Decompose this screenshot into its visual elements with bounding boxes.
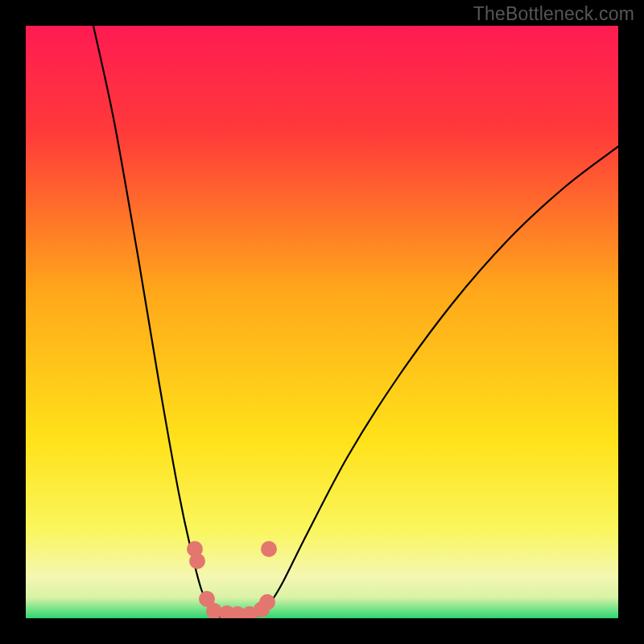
data-markers (26, 26, 618, 618)
plot-area (26, 26, 618, 618)
watermark-text: TheBottleneck.com (473, 3, 634, 25)
chart-container: TheBottleneck.com (0, 0, 644, 644)
data-marker (261, 541, 277, 557)
data-marker (189, 553, 205, 569)
data-marker (259, 594, 275, 610)
